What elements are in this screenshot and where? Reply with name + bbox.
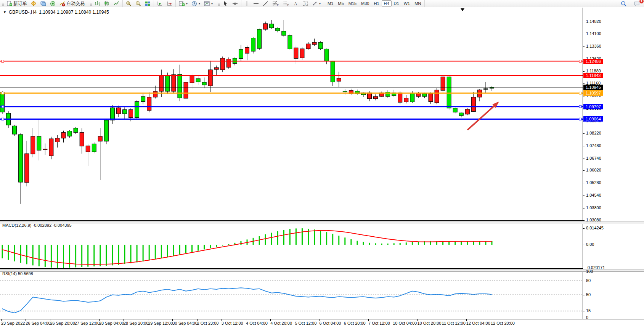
timeframe-button-W1[interactable]: W1 <box>401 0 413 6</box>
time-axis-tick <box>148 319 148 321</box>
chart-ohlc-values: 1.10934 1.10987 1.10840 1.10945 <box>39 10 109 15</box>
svg-text:T: T <box>304 2 307 6</box>
candle-body <box>67 131 72 136</box>
profile-button[interactable] <box>39 0 48 7</box>
hline-handle[interactable] <box>2 60 4 63</box>
autotrading-button[interactable]: 自动交易 <box>58 0 87 7</box>
horizontal-line-button[interactable] <box>251 0 261 7</box>
timeframe-button-M30[interactable]: M30 <box>359 0 371 6</box>
timeframe-button-H1[interactable]: H1 <box>371 0 381 6</box>
hline-handle[interactable] <box>579 60 581 63</box>
notifications-button[interactable]: 1 <box>632 0 642 7</box>
time-axis[interactable]: 23 Sep 202226 Sep 04:0026 Sep 20:0027 Se… <box>0 319 644 327</box>
hline-handle[interactable] <box>579 92 581 94</box>
text-button[interactable]: A <box>291 0 300 7</box>
toolbar-grip[interactable] <box>218 1 220 6</box>
macd-bar <box>2 245 3 258</box>
line-chart-button[interactable] <box>112 0 121 7</box>
timeframe-button-M15[interactable]: M15 <box>346 0 359 6</box>
shift-marker-icon[interactable] <box>461 8 464 11</box>
chart-shift-button[interactable] <box>165 0 174 7</box>
time-axis-tick <box>246 319 246 321</box>
axis-tick <box>583 208 585 208</box>
macd-bar <box>381 244 382 245</box>
price-tick-label: 1.14820 <box>586 19 601 24</box>
hline-handle[interactable] <box>2 118 4 120</box>
timeframe-button-M5[interactable]: M5 <box>336 0 346 6</box>
time-axis-tick <box>124 319 124 321</box>
trendline-button[interactable] <box>261 0 270 7</box>
time-axis-label: 6 Oct 20:00 <box>344 321 366 325</box>
timeframe-button-M1[interactable]: M1 <box>325 0 336 6</box>
new-order-button[interactable]: 新订单 <box>5 0 29 7</box>
macd-bar <box>375 243 376 245</box>
toolbar-grip[interactable] <box>2 1 4 6</box>
cursor-button[interactable] <box>221 0 230 7</box>
text-label-button[interactable]: T <box>300 0 310 7</box>
candle-body <box>190 76 194 83</box>
hline-handle[interactable] <box>579 106 581 108</box>
time-axis-label: 29 Sep 12:00 <box>148 321 173 325</box>
chart-canvas[interactable] <box>0 8 644 327</box>
auto-scroll-button[interactable] <box>155 0 165 7</box>
candle-body <box>220 58 225 70</box>
macd-bar <box>277 231 278 245</box>
zoom-out-icon <box>135 1 141 6</box>
macd-bar <box>137 245 138 262</box>
axis-tick <box>583 196 585 196</box>
network-button[interactable] <box>48 0 58 7</box>
candle-body <box>80 133 84 146</box>
vertical-line-button[interactable] <box>243 0 251 7</box>
search-button[interactable] <box>619 0 629 7</box>
line-chart-icon <box>114 1 119 6</box>
shapes-button[interactable]: ▾ <box>310 0 323 7</box>
chart-shift-icon <box>167 1 172 6</box>
collapse-triangle-icon[interactable]: ▼ <box>3 10 6 14</box>
zoom-in-button[interactable] <box>124 0 133 7</box>
candle-body <box>251 38 255 51</box>
macd-bar <box>216 245 217 247</box>
axis-tick <box>583 133 585 134</box>
rsi-line <box>2 288 492 313</box>
candle-body <box>404 98 408 102</box>
fibonacci-fan-button[interactable]: F <box>281 0 291 7</box>
hline-handle[interactable] <box>579 118 581 120</box>
time-axis-label: 11 Oct 12:00 <box>442 321 466 325</box>
hline-handle[interactable] <box>2 92 4 94</box>
panel-splitter[interactable] <box>0 269 644 272</box>
periods-button[interactable]: ▾ <box>190 0 202 7</box>
macd-bar <box>326 232 327 245</box>
timeframe-button-D1[interactable]: D1 <box>392 0 401 6</box>
charts-button[interactable] <box>29 0 39 7</box>
candle-body <box>178 74 182 98</box>
macd-bar <box>387 244 389 245</box>
candlestick-chart-button[interactable] <box>102 0 112 7</box>
indicators-icon <box>179 1 185 6</box>
axis-tick <box>583 34 585 34</box>
timeframe-button-MN[interactable]: MN <box>412 0 423 6</box>
candle-body <box>43 149 47 150</box>
toolbar-grip[interactable] <box>90 1 92 6</box>
macd-bar <box>344 237 345 245</box>
timeframe-button-H4[interactable]: H4 <box>382 0 392 6</box>
candle-body <box>422 93 427 96</box>
price-tag-1.12486: 1.12486 <box>583 59 603 64</box>
macd-bar <box>100 245 101 266</box>
zoom-out-button[interactable] <box>133 0 143 7</box>
tile-windows-button[interactable] <box>143 0 153 7</box>
panel-splitter[interactable] <box>0 221 644 224</box>
time-axis-tick <box>197 319 198 321</box>
hline-handle[interactable] <box>2 106 4 108</box>
bar-chart-button[interactable] <box>93 0 102 7</box>
macd-bar <box>81 245 82 267</box>
macd-bar <box>228 244 229 245</box>
templates-button[interactable]: ▾ <box>202 0 215 7</box>
candle-body <box>312 42 316 45</box>
indicators-button[interactable]: ▾ <box>177 0 190 7</box>
fibonacci-button[interactable]: E <box>270 0 281 7</box>
candle-body <box>453 108 457 112</box>
macd-bar <box>412 242 413 245</box>
crosshair-button[interactable] <box>230 0 240 7</box>
candle-body <box>270 24 274 28</box>
new-order-label: 新订单 <box>13 0 27 7</box>
